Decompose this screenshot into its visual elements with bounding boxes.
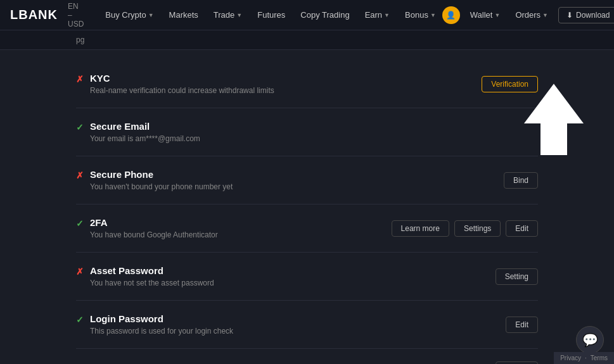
item-text-secure-phone: Secure PhoneYou haven't bound your phone… [90, 169, 233, 191]
item-title-secure-phone: Secure Phone [90, 169, 233, 180]
item-left-kyc: ✗KYCReal-name verification could increas… [76, 73, 274, 95]
item-left-2fa: ✓2FAYou have bound Google Authenticator [76, 217, 218, 239]
item-desc-secure-phone: You haven't bound your phone number yet [90, 182, 233, 191]
item-right-2fa: Learn moreSettingsEdit [392, 220, 538, 237]
privacy-separator: · [585, 355, 587, 361]
nav-link-bonus[interactable]: Bonus▼ [399, 8, 442, 22]
nav-link-trade[interactable]: Trade▼ [207, 8, 248, 22]
nav-link-earn[interactable]: Earn▼ [359, 8, 396, 22]
chat-icon: 💬 [582, 332, 598, 348]
privacy-link[interactable]: Privacy [560, 355, 581, 361]
terms-link[interactable]: Terms [591, 355, 608, 361]
avatar: 👤 [442, 6, 460, 24]
kyc-verification-button[interactable]: Verification [482, 76, 538, 92]
2fa-learn-more-button[interactable]: Learn more [392, 220, 449, 237]
item-right-kyc: Verification [482, 76, 538, 92]
nav-right: 👤 Wallet ▼ Orders ▼ ⬇ Download [442, 6, 614, 24]
item-title-kyc: KYC [90, 73, 274, 84]
item-desc-2fa: You have bound Google Authenticator [90, 230, 218, 239]
item-title-login-password: Login Password [90, 313, 233, 324]
2fa-edit-button[interactable]: Edit [506, 220, 538, 237]
x-icon: ✗ [76, 267, 84, 277]
item-left-asset-password: ✗Asset PasswordYou have not set the asse… [76, 265, 214, 287]
nav-link-markets[interactable]: Markets [163, 8, 205, 22]
item-right-secure-phone: Bind [504, 172, 538, 189]
item-desc-asset-password: You have not set the asset password [90, 279, 214, 287]
security-item-payment-method: ✗Payment MethodSetting [76, 349, 538, 364]
item-title-secure-email: Secure Email [90, 121, 200, 132]
item-text-asset-password: Asset PasswordYou have not set the asset… [90, 265, 214, 287]
chevron-down-icon: ▼ [148, 12, 154, 18]
secure-phone-bind-button[interactable]: Bind [504, 172, 538, 189]
security-item-secure-phone: ✗Secure PhoneYou haven't bound your phon… [76, 156, 538, 204]
payment-method-setting-button[interactable]: Setting [496, 361, 538, 364]
security-item-2fa: ✓2FAYou have bound Google AuthenticatorL… [76, 204, 538, 253]
download-icon: ⬇ [566, 11, 573, 20]
item-text-kyc: KYCReal-name verification could increase… [90, 73, 274, 95]
nav-link-futures[interactable]: Futures [251, 8, 291, 22]
login-password-edit-button[interactable]: Edit [506, 317, 538, 333]
nav-link-copy-trading[interactable]: Copy Trading [294, 8, 355, 22]
item-text-2fa: 2FAYou have bound Google Authenticator [90, 217, 218, 239]
check-icon: ✓ [76, 315, 84, 325]
security-item-kyc: ✗KYCReal-name verification could increas… [76, 60, 538, 108]
wallet-chevron-icon: ▼ [494, 12, 500, 18]
check-icon: ✓ [76, 218, 84, 229]
security-item-secure-email: ✓Secure EmailYour email is am****@gmail.… [76, 108, 538, 156]
chevron-down-icon: ▼ [236, 12, 242, 18]
privacy-bar: Privacy · Terms [554, 352, 614, 364]
nav-links: Buy Crypto▼MarketsTrade▼FuturesCopy Trad… [99, 8, 442, 22]
item-left-login-password: ✓Login PasswordThis password is used for… [76, 313, 233, 336]
x-icon: ✗ [76, 170, 84, 180]
item-right-asset-password: Setting [496, 268, 538, 285]
item-text-login-password: Login PasswordThis password is used for … [90, 313, 233, 336]
top-bar: pg [0, 30, 614, 50]
item-text-secure-email: Secure EmailYour email is am****@gmail.c… [90, 121, 200, 143]
navbar: LBANK EN – USD Buy Crypto▼MarketsTrade▼F… [0, 0, 614, 30]
security-item-login-password: ✓Login PasswordThis password is used for… [76, 301, 538, 349]
item-desc-secure-email: Your email is am****@gmail.com [90, 134, 200, 143]
download-button[interactable]: ⬇ Download [558, 7, 614, 23]
item-desc-login-password: This password is used for your login che… [90, 327, 233, 336]
item-title-asset-password: Asset Password [90, 265, 214, 276]
x-icon: ✗ [76, 74, 84, 84]
locale[interactable]: EN – USD [68, 2, 84, 28]
orders-button[interactable]: Orders ▼ [510, 8, 553, 22]
wallet-button[interactable]: Wallet ▼ [465, 8, 506, 22]
main-content: ✗KYCReal-name verification could increas… [0, 50, 614, 364]
item-right-payment-method: Setting [496, 361, 538, 364]
security-item-asset-password: ✗Asset PasswordYou have not set the asse… [76, 253, 538, 301]
breadcrumb: pg [76, 35, 84, 44]
check-icon: ✓ [76, 122, 84, 132]
chevron-down-icon: ▼ [384, 12, 390, 18]
logo[interactable]: LBANK [10, 8, 58, 22]
item-left-secure-phone: ✗Secure PhoneYou haven't bound your phon… [76, 169, 233, 191]
item-title-2fa: 2FA [90, 217, 218, 228]
item-left-secure-email: ✓Secure EmailYour email is am****@gmail.… [76, 121, 200, 143]
item-right-login-password: Edit [506, 317, 538, 333]
2fa-settings-button[interactable]: Settings [454, 220, 501, 237]
item-desc-kyc: Real-name verification could increase wi… [90, 86, 274, 95]
chat-widget[interactable]: 💬 [576, 326, 604, 354]
nav-link-buy-crypto[interactable]: Buy Crypto▼ [99, 8, 160, 22]
chevron-down-icon: ▼ [430, 12, 436, 18]
orders-chevron-icon: ▼ [542, 12, 548, 18]
asset-password-setting-button[interactable]: Setting [496, 268, 538, 285]
